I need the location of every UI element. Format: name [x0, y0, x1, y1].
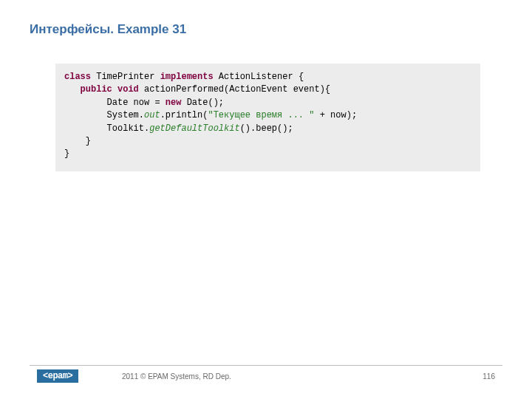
code-text: } [64, 136, 91, 146]
code-text: TimePrinter [91, 72, 160, 82]
footer-divider [30, 365, 502, 366]
footer: <epam> 2011 © EPAM Systems, RD Dep. 116 [0, 365, 532, 386]
page-number: 116 [482, 372, 495, 381]
kw-new: new [166, 98, 182, 108]
footer-copyright: 2011 © EPAM Systems, RD Dep. [122, 372, 231, 381]
code-text: Toolkit. [64, 123, 149, 134]
code-text: ActionListener { [214, 72, 304, 82]
kw-class: class [64, 72, 91, 82]
kw-public-void: public void [81, 84, 139, 95]
epam-logo: <epam> [37, 369, 78, 383]
code-block: class TimePrinter implements ActionListe… [55, 64, 480, 171]
code-string: "Текущее время ... " [208, 110, 314, 120]
code-text: + now); [314, 110, 357, 120]
code-text: System. [64, 110, 144, 120]
code-text: Date now = [64, 98, 166, 108]
code-text: ().beep(); [240, 123, 293, 134]
code-text: .println( [160, 110, 208, 120]
slide-title: Интерфейсы. Example 31 [30, 22, 186, 37]
code-italic: getDefaultToolkit [149, 123, 239, 134]
code-text: } [64, 149, 69, 159]
code-text: Date(); [181, 98, 224, 108]
code-text: actionPerformed(ActionEvent event){ [139, 84, 330, 95]
code-italic: out [144, 110, 160, 120]
kw-implements: implements [160, 72, 214, 82]
